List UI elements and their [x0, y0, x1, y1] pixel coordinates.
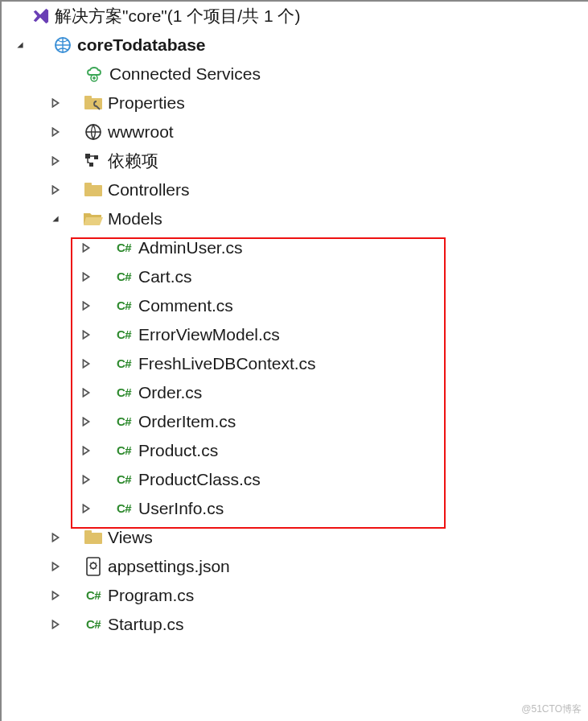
svg-rect-6 [94, 155, 98, 159]
expand-arrow-icon[interactable] [48, 533, 63, 542]
models-row[interactable]: Models [2, 204, 588, 233]
expand-arrow-icon[interactable] [79, 475, 93, 484]
models-file-label: Comment.cs [135, 291, 233, 320]
folder-icon [82, 182, 105, 198]
expand-arrow-icon[interactable] [48, 562, 63, 571]
wwwroot-row[interactable]: wwwroot [2, 117, 588, 146]
expand-arrow-icon[interactable] [79, 243, 93, 253]
globe-icon [82, 122, 105, 142]
csharp-file-icon: C# [113, 407, 135, 436]
expand-arrow-icon[interactable] [79, 417, 93, 426]
expand-arrow-icon[interactable] [48, 98, 63, 108]
models-file-label: ErrorViewModel.cs [135, 320, 280, 349]
svg-rect-11 [84, 530, 92, 534]
models-file-label: UserInfo.cs [135, 494, 224, 523]
expand-arrow-icon[interactable] [79, 446, 93, 455]
expand-arrow-icon[interactable] [79, 359, 93, 369]
controllers-label: Controllers [105, 175, 190, 204]
models-file-label: ProductClass.cs [135, 465, 261, 494]
csharp-file-icon: C# [113, 233, 135, 262]
json-file-icon [82, 557, 105, 576]
models-file-row[interactable]: C#Comment.cs [2, 291, 588, 320]
models-file-label: Order.cs [135, 378, 202, 407]
connected-services-row[interactable]: Connected Services [2, 60, 588, 89]
views-row[interactable]: Views [2, 523, 588, 552]
models-file-row[interactable]: C#OrderItem.cs [2, 407, 588, 436]
csharp-file-icon: C# [82, 610, 105, 639]
web-project-icon [51, 35, 74, 55]
csharp-file-icon: C# [113, 291, 135, 320]
appsettings-row[interactable]: appsettings.json [2, 552, 588, 581]
startup-label: Startup.cs [105, 610, 184, 639]
models-file-row[interactable]: C#AdminUser.cs [2, 233, 588, 262]
properties-row[interactable]: Properties [2, 89, 588, 117]
csharp-file-icon: C# [113, 320, 135, 349]
dependencies-icon [82, 153, 105, 169]
svg-rect-9 [84, 183, 92, 187]
svg-rect-12 [87, 558, 100, 575]
models-file-row[interactable]: C#FreshLiveDBContext.cs [2, 349, 588, 378]
csharp-file-icon: C# [113, 262, 135, 291]
models-file-label: FreshLiveDBContext.cs [135, 349, 316, 378]
models-label: Models [105, 204, 162, 233]
properties-label: Properties [105, 89, 185, 117]
controllers-row[interactable]: Controllers [2, 175, 588, 204]
svg-rect-5 [85, 154, 90, 159]
models-file-row[interactable]: C#Product.cs [2, 436, 588, 465]
svg-rect-8 [84, 185, 102, 196]
dependencies-row[interactable]: 依赖项 [2, 146, 588, 175]
csharp-file-icon: C# [113, 349, 135, 378]
connected-services-label: Connected Services [106, 60, 261, 89]
expand-arrow-icon[interactable] [48, 127, 63, 137]
models-children: C#AdminUser.csC#Cart.csC#Comment.csC#Err… [2, 233, 588, 523]
models-file-row[interactable]: C#UserInfo.cs [2, 494, 588, 523]
solution-row[interactable]: 解决方案"core"(1 个项目/共 1 个) [2, 2, 588, 31]
folder-icon [82, 529, 105, 546]
models-file-label: Product.cs [135, 436, 218, 465]
cloud-plug-icon [84, 65, 106, 83]
models-file-label: OrderItem.cs [135, 407, 236, 436]
program-row[interactable]: C# Program.cs [2, 581, 588, 610]
program-label: Program.cs [105, 581, 194, 610]
dependencies-label: 依赖项 [105, 146, 158, 175]
expand-arrow-icon[interactable] [48, 185, 63, 195]
wwwroot-label: wwwroot [105, 117, 174, 146]
expand-arrow-icon[interactable] [79, 330, 93, 340]
appsettings-label: appsettings.json [105, 552, 230, 581]
expand-arrow-icon[interactable] [48, 591, 63, 600]
svg-rect-3 [84, 96, 92, 100]
svg-rect-7 [89, 163, 93, 167]
watermark: @51CTO博客 [521, 702, 582, 716]
views-label: Views [105, 523, 153, 552]
expand-arrow-icon[interactable] [48, 156, 63, 166]
collapse-arrow-icon[interactable] [48, 214, 63, 224]
models-file-label: AdminUser.cs [135, 233, 243, 262]
csharp-file-icon: C# [113, 436, 135, 465]
expand-arrow-icon[interactable] [79, 388, 93, 398]
expand-arrow-icon[interactable] [79, 504, 93, 513]
solution-label: 解决方案"core"(1 个项目/共 1 个) [51, 2, 300, 31]
solution-explorer: 解决方案"core"(1 个项目/共 1 个) coreTodatabase C… [0, 0, 588, 721]
startup-row[interactable]: C# Startup.cs [2, 610, 588, 639]
models-file-row[interactable]: C#Order.cs [2, 378, 588, 407]
properties-folder-icon [82, 95, 105, 111]
models-file-row[interactable]: C#Cart.cs [2, 262, 588, 291]
vs-icon [29, 7, 51, 25]
expand-arrow-icon[interactable] [48, 620, 63, 629]
expand-arrow-icon[interactable] [79, 301, 93, 311]
svg-rect-2 [84, 98, 102, 109]
collapse-arrow-icon[interactable] [13, 40, 27, 50]
models-file-row[interactable]: C#ProductClass.cs [2, 465, 588, 494]
models-file-row[interactable]: C#ErrorViewModel.cs [2, 320, 588, 349]
csharp-file-icon: C# [113, 465, 135, 494]
project-name: coreTodatabase [74, 31, 206, 60]
expand-arrow-icon[interactable] [79, 272, 93, 282]
project-row[interactable]: coreTodatabase [2, 31, 588, 60]
csharp-file-icon: C# [113, 494, 135, 523]
svg-rect-10 [84, 533, 102, 544]
csharp-file-icon: C# [113, 378, 135, 407]
folder-open-icon [82, 211, 105, 227]
models-file-label: Cart.cs [135, 262, 192, 291]
csharp-file-icon: C# [82, 581, 105, 610]
